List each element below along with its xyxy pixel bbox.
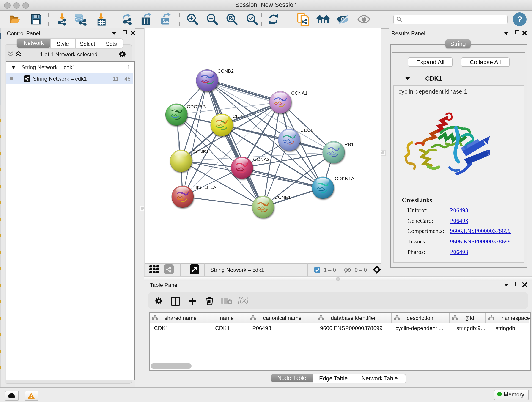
svg-text:CDKN1A: CDKN1A bbox=[335, 176, 354, 181]
svg-text:CDC25B: CDC25B bbox=[186, 104, 206, 109]
svg-text:HIST1H1A: HIST1H1A bbox=[193, 185, 216, 190]
svg-text:RB1: RB1 bbox=[344, 142, 354, 147]
svg-text:CCNA1: CCNA1 bbox=[291, 90, 307, 96]
svg-text:CCNA2: CCNA2 bbox=[253, 157, 269, 162]
svg-text:CCNB2: CCNB2 bbox=[217, 68, 234, 74]
svg-text:CCNE1: CCNE1 bbox=[274, 195, 291, 200]
svg-text:CDC6: CDC6 bbox=[300, 128, 313, 133]
svg-text:CCNB1: CCNB1 bbox=[192, 149, 209, 154]
svg-text:CDK1: CDK1 bbox=[232, 114, 245, 119]
